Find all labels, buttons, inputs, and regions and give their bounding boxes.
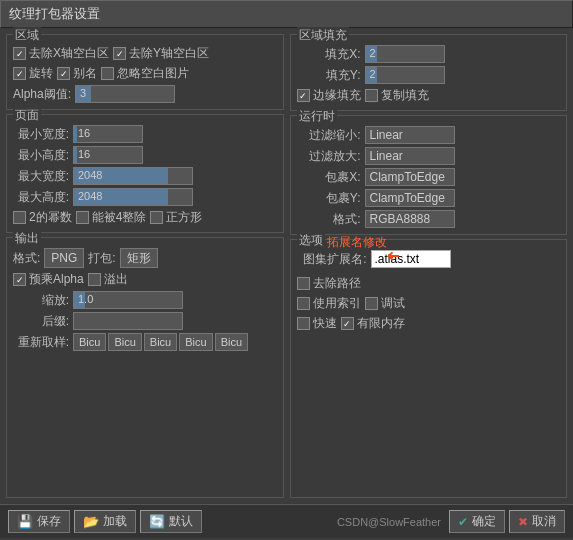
default-button[interactable]: 🔄 默认 [140, 510, 202, 533]
premultiply-checkbox[interactable]: 预乘Alpha [13, 271, 84, 288]
annotation-text: 拓展名修改 [327, 234, 387, 251]
pack-button[interactable]: 矩形 [120, 248, 158, 268]
bleed-checkbox[interactable]: 溢出 [88, 271, 128, 288]
resample-btn-4[interactable]: Bicu [215, 333, 248, 351]
square-checkbox[interactable]: 正方形 [150, 209, 202, 226]
cancel-icon: ✖ [518, 515, 528, 529]
div4-check-box[interactable] [76, 211, 89, 224]
remove-y-checkbox[interactable]: 去除Y轴空白区 [113, 45, 209, 62]
wrap-y-value[interactable]: ClampToEdge [365, 189, 455, 207]
use-index-check-box[interactable] [297, 297, 310, 310]
max-height-slider[interactable]: 2048 [73, 188, 193, 206]
cancel-button[interactable]: ✖ 取消 [509, 510, 565, 533]
fill-y-slider[interactable]: 2 [365, 66, 445, 84]
square-label: 正方形 [166, 209, 202, 226]
region-section: 区域 去除X轴空白区 去除Y轴空白区 旋转 [6, 34, 284, 110]
premultiply-check-box[interactable] [13, 273, 26, 286]
remove-y-check-box[interactable] [113, 47, 126, 60]
min-width-label: 最小宽度: [13, 126, 69, 143]
fill-x-label: 填充X: [297, 46, 361, 63]
rotate-checkbox[interactable]: 旋转 [13, 65, 53, 82]
power2-checkbox[interactable]: 2的幂数 [13, 209, 72, 226]
load-button[interactable]: 📂 加载 [74, 510, 136, 533]
pack-label: 打包: [88, 250, 115, 267]
max-height-value: 2048 [78, 190, 102, 202]
copy-fill-check-box[interactable] [365, 89, 378, 102]
ok-button[interactable]: ✔ 确定 [449, 510, 505, 533]
debug-check-box[interactable] [365, 297, 378, 310]
use-index-checkbox[interactable]: 使用索引 [297, 295, 361, 312]
annotation-arrow: ➜ [387, 246, 400, 265]
runtime-format-value[interactable]: RGBA8888 [365, 210, 455, 228]
remove-y-label: 去除Y轴空白区 [129, 45, 209, 62]
resample-btn-3[interactable]: Bicu [179, 333, 212, 351]
max-width-slider[interactable]: 2048 [73, 167, 193, 185]
region-fill-title: 区域填充 [297, 27, 349, 44]
resample-btn-0[interactable]: Bicu [73, 333, 106, 351]
limited-mem-check-box[interactable] [341, 317, 354, 330]
ignore-white-checkbox[interactable]: 忽略空白图片 [101, 65, 189, 82]
padding-label: 后缀: [13, 313, 69, 330]
default-icon: 🔄 [149, 514, 165, 529]
min-width-slider[interactable]: 16 [73, 125, 143, 143]
title-bar: 纹理打包器设置 [0, 0, 573, 28]
page-title: 页面 [13, 107, 41, 124]
fast-checkbox[interactable]: 快速 [297, 315, 337, 332]
wrap-y-label: 包裹Y: [297, 190, 361, 207]
format-button[interactable]: PNG [44, 248, 84, 268]
runtime-format-label: 格式: [297, 211, 361, 228]
bottom-left-buttons: 💾 保存 📂 加载 🔄 默认 [8, 510, 202, 533]
resampling-buttons: Bicu Bicu Bicu Bicu Bicu [73, 333, 248, 351]
filter-min-label: 过滤缩小: [297, 127, 361, 144]
remove-path-checkbox[interactable]: 去除路径 [297, 275, 361, 292]
square-check-box[interactable] [150, 211, 163, 224]
edge-fill-checkbox[interactable]: 边缘填充 [297, 87, 361, 104]
alias-check-box[interactable] [57, 67, 70, 80]
ignore-white-label: 忽略空白图片 [117, 65, 189, 82]
atlas-ext-label: 图集扩展名: [297, 251, 367, 268]
resample-btn-2[interactable]: Bicu [144, 333, 177, 351]
bottom-bar: 💾 保存 📂 加载 🔄 默认 CSDN@SlowFeather ✔ 确定 ✖ 取… [0, 504, 573, 538]
remove-path-check-box[interactable] [297, 277, 310, 290]
padding-slider[interactable] [73, 312, 183, 330]
rotate-label: 旋转 [29, 65, 53, 82]
limited-mem-checkbox[interactable]: 有限内存 [341, 315, 405, 332]
scale-slider[interactable]: 1.0 [73, 291, 183, 309]
wrap-x-value[interactable]: ClampToEdge [365, 168, 455, 186]
power2-check-box[interactable] [13, 211, 26, 224]
filter-min-value[interactable]: Linear [365, 126, 455, 144]
div4-checkbox[interactable]: 能被4整除 [76, 209, 147, 226]
bleed-check-box[interactable] [88, 273, 101, 286]
remove-x-label: 去除X轴空白区 [29, 45, 109, 62]
fill-x-slider[interactable]: 2 [365, 45, 445, 63]
resample-btn-1[interactable]: Bicu [108, 333, 141, 351]
premultiply-label: 预乘Alpha [29, 271, 84, 288]
load-icon: 📂 [83, 514, 99, 529]
runtime-section: 运行时 过滤缩小: Linear 过滤放大: Linear 包裹X: [290, 115, 568, 235]
filter-mag-label: 过滤放大: [297, 148, 361, 165]
min-height-slider[interactable]: 16 [73, 146, 143, 164]
bleed-label: 溢出 [104, 271, 128, 288]
window-title: 纹理打包器设置 [9, 6, 100, 21]
runtime-title: 运行时 [297, 108, 337, 125]
region-title: 区域 [13, 27, 41, 44]
alias-checkbox[interactable]: 别名 [57, 65, 97, 82]
atlas-ext-input[interactable] [371, 250, 451, 268]
remove-x-checkbox[interactable]: 去除X轴空白区 [13, 45, 109, 62]
watermark: CSDN@SlowFeather [337, 516, 441, 528]
fill-y-label: 填充Y: [297, 67, 361, 84]
remove-x-check-box[interactable] [13, 47, 26, 60]
rotate-check-box[interactable] [13, 67, 26, 80]
remove-path-label: 去除路径 [313, 275, 361, 292]
fast-check-box[interactable] [297, 317, 310, 330]
edge-fill-check-box[interactable] [297, 89, 310, 102]
alpha-slider[interactable]: 3 [75, 85, 175, 103]
scale-value: 1.0 [78, 293, 93, 305]
copy-fill-checkbox[interactable]: 复制填充 [365, 87, 429, 104]
filter-mag-value[interactable]: Linear [365, 147, 455, 165]
ignore-white-check-box[interactable] [101, 67, 114, 80]
debug-checkbox[interactable]: 调试 [365, 295, 405, 312]
region-fill-section: 区域填充 填充X: 2 填充Y: 2 [290, 34, 568, 111]
save-button[interactable]: 💾 保存 [8, 510, 70, 533]
options-title: 选项 [297, 232, 325, 249]
